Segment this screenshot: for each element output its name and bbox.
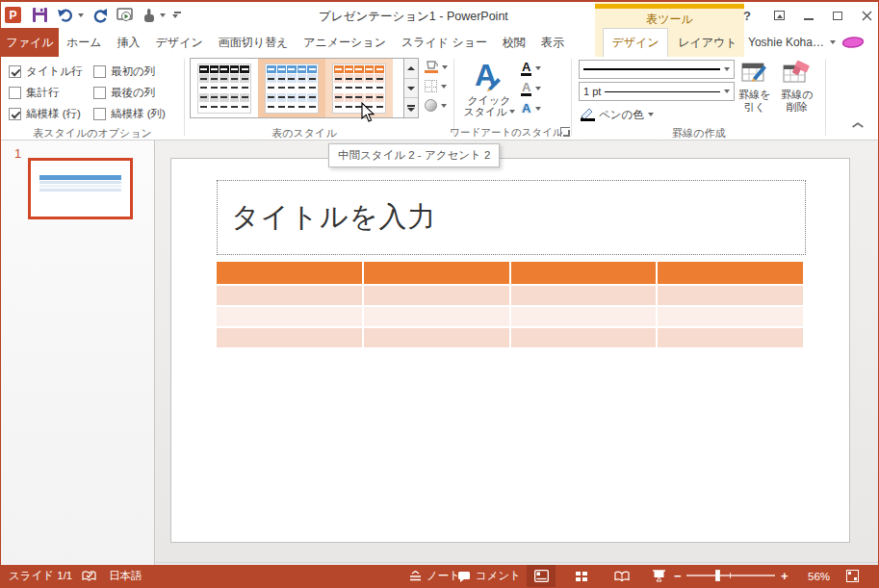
powerpoint-logo-icon[interactable]: P [5,6,23,24]
slide-table-cell[interactable] [511,307,657,326]
slide-canvas[interactable]: タイトルを入力 [170,158,850,543]
draw-table-button[interactable]: 罫線を 引く [736,58,774,125]
gallery-more-button[interactable] [404,98,418,117]
checkbox-icon[interactable] [9,87,21,99]
undo-icon[interactable] [57,8,74,23]
ribbon-tab-row: ファイル ホーム挿入デザイン画面切り替えアニメーションスライド ショー校閲表示 … [1,28,878,57]
redo-icon[interactable] [92,8,108,23]
slide-table-cell[interactable] [217,262,362,284]
slide-table-cell[interactable] [511,286,657,305]
account-menu[interactable]: Yoshie Koha… [748,28,865,57]
save-icon[interactable] [32,7,48,23]
tab-table-layout[interactable]: レイアウト [674,28,741,57]
option-checkbox-1[interactable]: 最初の列 [93,61,186,82]
option-checkbox-0[interactable]: タイトル行 [9,61,93,82]
slide-table-cell[interactable] [364,286,509,305]
view-slide-sorter-button[interactable] [567,565,596,587]
touch-mode-icon[interactable] [142,8,156,23]
checkbox-icon[interactable] [93,87,106,99]
text-outline-button[interactable]: A [521,79,541,97]
tab-3[interactable]: 画面切り替え [211,28,297,57]
table-style-thumbnail-orange[interactable] [325,59,393,117]
shading-button[interactable] [423,59,450,75]
slide-thumbnail[interactable] [28,158,133,219]
fit-to-window-button[interactable] [846,565,859,587]
slide-table-cell[interactable] [658,286,803,305]
language-indicator[interactable]: 日本語 [109,565,142,587]
slide-table-cell[interactable] [364,328,509,347]
option-checkbox-3[interactable]: 最後の列 [93,82,186,103]
slide-table-row[interactable] [217,286,803,305]
help-button[interactable]: ? [737,7,758,24]
collapse-ribbon-icon[interactable] [852,120,862,126]
quick-styles-button[interactable]: A クイック スタイル [461,58,517,125]
slide-table-cell[interactable] [217,307,362,326]
slide-table-header-row[interactable] [217,262,803,284]
close-button[interactable] [856,7,877,24]
tab-4[interactable]: アニメーション [296,28,394,57]
table-style-thumbnail-blue[interactable] [258,59,325,117]
slide-table[interactable] [217,262,803,347]
zoom-slider-thumb[interactable] [715,570,720,581]
pen-color-button[interactable]: ペンの色 [577,105,657,124]
borders-button[interactable] [423,78,450,94]
slide-table-cell[interactable] [364,262,509,284]
zoom-out-button[interactable]: − [674,565,682,587]
notes-button[interactable]: ノート [409,565,460,587]
text-effects-button[interactable]: A [521,99,541,117]
option-checkbox-5[interactable]: 縞模様 (列) [93,103,186,124]
option-checkbox-2[interactable]: 集計行 [9,82,93,103]
customize-qat-icon[interactable] [174,12,181,18]
ribbon-display-options-button[interactable] [768,7,789,24]
pen-weight-dropdown[interactable]: 1 pt [579,82,735,101]
pen-style-dropdown[interactable] [579,60,735,79]
text-fill-button[interactable]: A [521,59,541,77]
slide-table-cell[interactable] [658,328,803,347]
slide-table-cell[interactable] [658,262,803,284]
slide-table-cell[interactable] [511,328,657,347]
tab-table-design-selected[interactable]: デザイン [603,28,668,57]
minimize-button[interactable] [798,7,819,24]
slide-table-cell[interactable] [217,286,362,305]
view-slideshow-button[interactable] [644,565,673,587]
undo-dropdown-caret[interactable] [78,13,84,17]
zoom-slider-track[interactable] [686,575,775,576]
slide-counter[interactable]: スライド 1/1 [9,565,72,587]
title-placeholder[interactable]: タイトルを入力 [217,180,806,255]
touch-mode-caret[interactable] [160,13,166,17]
view-normal-button[interactable] [527,565,556,587]
comments-button[interactable]: コメント [457,565,521,587]
slide-table-cell[interactable] [658,307,803,326]
slide-table-row[interactable] [217,328,803,347]
tab-7[interactable]: 表示 [533,28,572,57]
gallery-scroll-down-button[interactable] [404,79,418,99]
slide-table-cell[interactable] [511,262,657,284]
eraser-button[interactable]: 罫線の 削除 [776,58,818,125]
avatar-doodle-icon [841,36,865,49]
view-reading-button[interactable] [608,565,636,587]
tab-5[interactable]: スライド ショー [394,28,495,57]
checkbox-icon[interactable] [9,65,21,78]
effects-button[interactable] [423,97,450,114]
checkbox-icon[interactable] [93,65,106,78]
slide-table-row[interactable] [217,307,803,326]
wordart-dialog-launcher-icon[interactable] [560,127,570,137]
tab-1[interactable]: 挿入 [110,28,148,57]
checkbox-icon[interactable] [9,108,21,120]
table-fill-border-effect-buttons [423,59,450,114]
start-slideshow-icon[interactable] [116,8,134,23]
zoom-in-button[interactable]: + [781,565,789,587]
tab-file[interactable]: ファイル [1,28,59,57]
zoom-level[interactable]: 56% [808,565,830,587]
slide-table-cell[interactable] [364,307,509,326]
option-checkbox-4[interactable]: 縞模様 (行) [9,103,93,124]
gallery-scroll-up-button[interactable] [404,59,418,79]
tab-6[interactable]: 校閲 [495,28,533,57]
slide-table-cell[interactable] [217,328,362,347]
tab-2[interactable]: デザイン [148,28,211,57]
tab-0[interactable]: ホーム [59,28,110,57]
maximize-button[interactable] [827,7,848,24]
checkbox-icon[interactable] [93,108,106,120]
table-style-thumbnail-dark[interactable] [191,59,258,117]
spellcheck-icon[interactable] [82,565,96,587]
